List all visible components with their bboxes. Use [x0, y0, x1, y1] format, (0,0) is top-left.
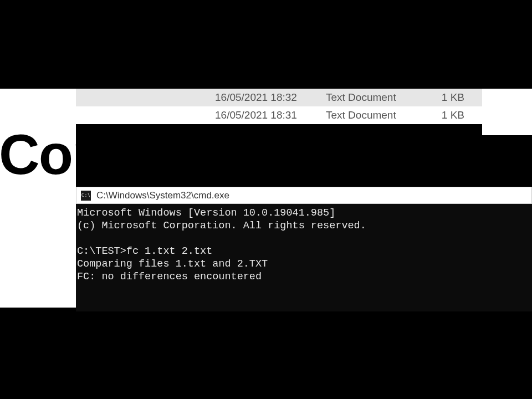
cmd-line: Microsoft Windows [Version 10.0.19041.98…	[77, 207, 335, 219]
overlay-title: Compare Two Files	[0, 126, 532, 183]
cmd-output[interactable]: Microsoft Windows [Version 10.0.19041.98…	[76, 204, 532, 311]
file-size: 1 KB	[431, 91, 464, 104]
file-date: 16/05/2021 18:31	[215, 109, 326, 121]
cmd-line: C:\TEST>fc 1.txt 2.txt	[77, 245, 212, 257]
file-size: 1 KB	[431, 109, 464, 121]
file-type: Text Document	[326, 91, 431, 104]
explorer-background-left	[0, 89, 76, 308]
file-type: Text Document	[326, 109, 431, 121]
cmd-title-text: C:\Windows\System32\cmd.exe	[96, 190, 229, 201]
cmd-line: FC: no differences encountered	[77, 271, 262, 283]
cmd-titlebar[interactable]: C:\ C:\Windows\System32\cmd.exe	[76, 187, 532, 204]
file-date: 16/05/2021 18:32	[215, 91, 326, 104]
cmd-window: C:\ C:\Windows\System32\cmd.exe Microsof…	[76, 187, 532, 311]
cmd-line: (c) Microsoft Corporation. All rights re…	[77, 220, 366, 232]
cmd-icon: C:\	[81, 191, 91, 201]
cmd-line: Comparing files 1.txt and 2.TXT	[77, 258, 268, 270]
